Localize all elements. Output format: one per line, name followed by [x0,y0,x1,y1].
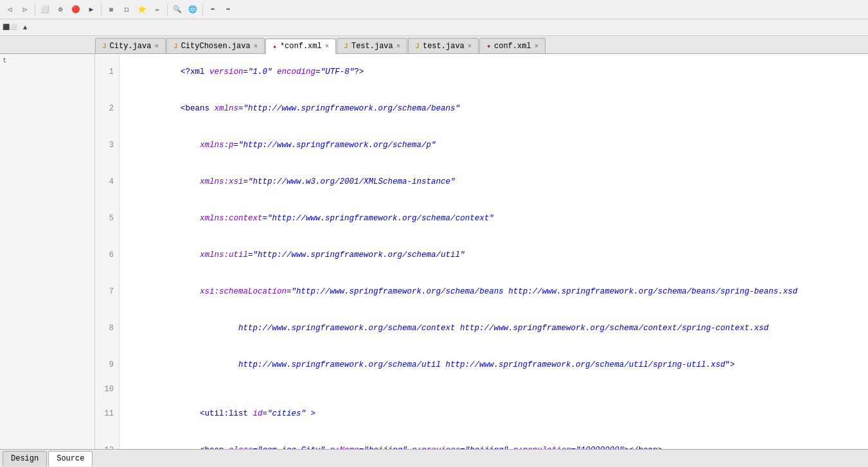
main-toolbar: ◁ ▷ ⬜ ⚙ 🔴 ▶ ◼ ◻ ⭐ ✏ 🔍 🌐 ⬅ ➡ [0,0,868,19]
code-container[interactable]: 1 <?xml version="1.0" encoding="UTF-8"?>… [95,54,868,449]
tab-label: CityChosen.java [181,42,251,51]
java-icon: J [173,42,178,50]
xml-icon: ✦ [272,42,277,51]
toolbar-btn-7[interactable]: ◼ [104,3,118,17]
close-icon[interactable]: × [468,42,472,50]
tab-city-java[interactable]: J City.java × [95,38,166,53]
code-line: 10 [95,383,868,396]
close-icon[interactable]: × [254,42,258,50]
tabs-bar: J City.java × J CityChosen.java × ✦ *con… [0,36,868,54]
tab-label: Test.java [351,42,393,51]
toolbar-btn-11[interactable]: 🔍 [170,3,184,17]
toolbar-btn-6[interactable]: ▶ [84,3,98,17]
tab-conf-xml[interactable]: ✦ *conf.xml × [265,39,336,54]
second-btn-2[interactable]: ▲ [18,21,32,35]
code-line: 2 <beans xmlns="http://www.springframewo… [95,91,868,127]
sep-2 [101,4,102,15]
code-line: 5 xmlns:context="http://www.springframew… [95,200,868,237]
toolbar-btn-1[interactable]: ◁ [3,3,17,17]
main-area: t 1 <?xml version="1.0" encoding="UTF-8"… [0,54,868,449]
tab-test-java[interactable]: J Test.java × [337,38,407,53]
toolbar-btn-8[interactable]: ◻ [120,3,134,17]
toolbar-btn-12[interactable]: 🌐 [186,3,200,17]
code-line: 4 xmlns:xsi="http://www.w3.org/2001/XMLS… [95,164,868,200]
toolbar-btn-3[interactable]: ⬜ [38,3,52,17]
close-icon[interactable]: × [154,42,159,50]
tab-label: City.java [110,42,152,51]
toolbar-btn-14[interactable]: ➡ [221,3,235,17]
design-tab[interactable]: Design [3,451,47,466]
java-icon: J [344,42,348,50]
close-icon[interactable]: × [535,42,539,50]
source-tab-label: Source [57,454,84,463]
toolbar-btn-9[interactable]: ⭐ [135,3,149,17]
bottom-bar: Design Source [0,449,868,467]
xml-icon: ✦ [486,42,491,50]
editor-area[interactable]: 1 <?xml version="1.0" encoding="UTF-8"?>… [95,54,868,449]
toolbar-btn-10[interactable]: ✏ [150,3,164,17]
sep-3 [167,4,168,15]
tab-test2-java[interactable]: J test.java × [408,38,479,53]
tab-citychosen-java[interactable]: J CityChosen.java × [166,38,265,53]
code-line: 3 xmlns:p="http://www.springframework.or… [95,127,868,164]
code-line: 11 <util:list id="cities" > [95,396,868,432]
sidebar: t [0,54,95,449]
close-icon[interactable]: × [396,42,401,50]
code-line: 6 xmlns:util="http://www.springframework… [95,237,868,274]
sidebar-content: t [0,54,94,67]
code-line: 1 <?xml version="1.0" encoding="UTF-8"?> [95,54,868,91]
second-btn-1[interactable]: ⬛⬜ [3,21,17,35]
sep-4 [202,4,203,15]
toolbar-btn-13[interactable]: ⬅ [206,3,220,17]
source-tab[interactable]: Source [48,451,93,466]
toolbar-btn-5[interactable]: 🔴 [69,3,83,17]
toolbar-btn-2[interactable]: ▷ [18,3,32,17]
code-line: 9 http://www.springframework.org/schema/… [95,347,868,383]
design-tab-label: Design [11,454,39,463]
toolbar-btn-4[interactable]: ⚙ [53,3,67,17]
tab-label: test.java [423,42,465,51]
java-icon: J [415,42,420,50]
java-icon: J [102,42,107,50]
tab-conf2-xml[interactable]: ✦ conf.xml × [479,38,545,53]
tab-label: *conf.xml [280,42,322,51]
sep-1 [35,4,35,15]
code-line: 7 xsi:schemaLocation="http://www.springf… [95,274,868,310]
code-line: 8 http://www.springframework.org/schema/… [95,310,868,347]
second-toolbar: ⬛⬜ ▲ [0,19,868,36]
tab-label: conf.xml [494,42,531,51]
close-icon[interactable]: × [325,42,330,50]
code-line: 12 <bean class="com.ioc.City" p:Name="be… [95,432,868,449]
